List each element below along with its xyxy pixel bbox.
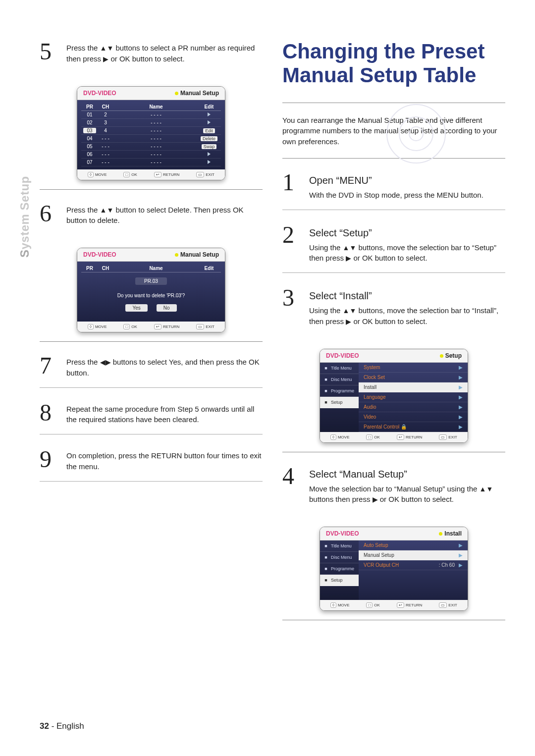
no-button[interactable]: No xyxy=(157,304,177,312)
page-lang: English xyxy=(56,721,84,731)
step-2: 2 Select “Setup” Using the ▲▼ buttons, m… xyxy=(282,223,505,273)
footer-move: MOVE xyxy=(338,435,350,439)
osd-body: PR CH Name Edit 012- - - -023- - - -034-… xyxy=(77,100,225,169)
footer-exit: EXIT xyxy=(448,435,457,439)
menu-item[interactable]: Manual Setup▶ xyxy=(359,550,468,560)
chevron-right-icon: ▶ xyxy=(459,542,463,548)
sidebar-item[interactable]: ■Programme xyxy=(320,385,359,397)
table-row: 06- - -- - - - xyxy=(81,151,221,159)
cell-edit: Edit xyxy=(199,128,219,133)
divider xyxy=(282,620,505,620)
sidebar-item[interactable]: ■Disc Menu xyxy=(320,374,359,385)
chevron-right-icon: ▶ xyxy=(459,562,463,568)
right-icon: ▶ xyxy=(373,495,378,503)
cell-ch: 2 xyxy=(98,112,113,117)
cell-edit xyxy=(199,152,219,157)
cell-ch: - - - xyxy=(98,152,113,157)
chevron-right-icon: ▶ xyxy=(459,375,463,380)
side-icon: ■ xyxy=(323,377,329,382)
text: Move the selection bar to “Manual Setup”… xyxy=(309,485,480,493)
osd-header: DVD-VIDEO Install xyxy=(320,527,468,540)
step-body: On completion, press the RETURN button f… xyxy=(66,447,263,472)
osd-header: DVD-VIDEO Setup xyxy=(320,349,468,363)
menu-item[interactable]: Auto Setup▶ xyxy=(359,540,468,550)
pr-pill: PR.03 xyxy=(135,277,167,285)
col-edit: Edit xyxy=(199,104,219,109)
menu-label: Video xyxy=(364,414,376,420)
sidebar-item[interactable]: ■Title Menu xyxy=(320,540,359,552)
table-header: PR CH Name Edit xyxy=(81,265,221,272)
osd-brand: DVD-VIDEO xyxy=(326,352,359,359)
osd-manual-setup: DVD-VIDEO Manual Setup PR CH Name Edit 0… xyxy=(77,86,225,180)
sidebar-item[interactable]: ■Programme xyxy=(320,563,359,575)
osd-body: ■Title Menu■Disc Menu■Programme■Setup Sy… xyxy=(320,363,468,432)
step-body: Repeat the same procedure from Step 5 on… xyxy=(66,401,263,426)
move-key-icon: ◊ xyxy=(330,434,336,440)
menu-item[interactable]: Language▶ xyxy=(359,392,468,402)
text: or OK button to select. xyxy=(351,317,427,325)
menu-item[interactable]: Parental Control 🔒▶ xyxy=(359,422,468,432)
ok-key-icon: □ xyxy=(123,172,130,177)
footer-move: MOVE xyxy=(95,172,107,177)
dot-icon xyxy=(175,92,178,95)
step-body: Press the ◀▶ buttons to select Yes, and … xyxy=(66,354,263,378)
menu-label: VCR Output CH xyxy=(364,562,399,568)
step-body: Open “MENU” With the DVD in Stop mode, p… xyxy=(309,170,505,201)
cell-ch: - - - xyxy=(98,136,113,141)
page-title: Changing the Preset Manual Setup Table xyxy=(282,40,505,88)
lock-icon: 🔒 xyxy=(401,424,407,430)
menu-item[interactable]: System▶ xyxy=(359,363,468,373)
up-down-icon: ▲▼ xyxy=(100,206,114,214)
cell-name: - - - - xyxy=(115,144,197,149)
chevron-right-icon: ▶ xyxy=(459,365,463,370)
sidebar-item[interactable]: ■Setup xyxy=(320,575,359,586)
sidebar-label: Programme xyxy=(331,388,354,393)
osd-sidebar: ■Title Menu■Disc Menu■Programme■Setup xyxy=(320,540,359,600)
col-pr: PR xyxy=(83,104,96,109)
col-ch: CH xyxy=(98,266,113,271)
play-icon xyxy=(208,160,211,164)
cell-ch: - - - xyxy=(98,144,113,149)
text: Using the xyxy=(309,306,343,315)
footer-exit: EXIT xyxy=(206,172,214,177)
up-down-icon: ▲▼ xyxy=(480,485,493,493)
footer-return: RETURN xyxy=(406,603,422,607)
menu-item[interactable]: Install▶ xyxy=(359,382,468,392)
sidebar-label: Programme xyxy=(331,566,354,571)
text: or OK button to select. xyxy=(378,495,454,503)
osd-body: PR CH Name Edit PR.03 Do you want to del… xyxy=(77,262,225,322)
sidebar-label: Setup xyxy=(331,578,343,583)
sidebar-item[interactable]: ■Disc Menu xyxy=(320,552,359,563)
section-tab-rest: ystem Setup xyxy=(18,176,31,249)
step-body: Select “Setup” Using the ▲▼ buttons, mov… xyxy=(309,223,505,264)
side-icon: ■ xyxy=(323,543,329,548)
menu-label: Clock Set xyxy=(364,375,385,380)
cell-pr: 03 xyxy=(83,128,96,133)
move-key-icon: ◊ xyxy=(330,602,336,608)
sidebar-item[interactable]: ■Setup xyxy=(320,397,359,408)
menu-item[interactable]: Audio▶ xyxy=(359,402,468,412)
ok-key-icon: □ xyxy=(366,602,373,608)
footer-ok: OK xyxy=(374,603,380,607)
step-number: 8 xyxy=(40,401,56,426)
menu-item[interactable]: VCR Output CH: Ch 60▶ xyxy=(359,560,468,570)
text: With the DVD in Stop mode, press the MEN… xyxy=(309,190,505,201)
sidebar-label: Disc Menu xyxy=(331,555,352,560)
menu-item[interactable]: Video▶ xyxy=(359,412,468,422)
sidebar-item[interactable]: ■Title Menu xyxy=(320,363,359,374)
cell-edit xyxy=(199,120,219,125)
osd-title: Install xyxy=(444,530,462,537)
ok-key-icon: □ xyxy=(366,434,373,440)
osd-footer: ◊MOVE □OK ↩RETURN ▭EXIT xyxy=(320,432,468,442)
osd-title: Setup xyxy=(445,352,462,359)
dot-icon xyxy=(440,354,443,358)
menu-item[interactable]: Clock Set▶ xyxy=(359,373,468,382)
right-icon: ▶ xyxy=(346,254,351,262)
cell-name: - - - - xyxy=(115,136,197,141)
exit-key-icon: ▭ xyxy=(439,434,447,440)
yes-button[interactable]: Yes xyxy=(125,304,147,312)
side-icon: ■ xyxy=(323,566,329,571)
side-icon: ■ xyxy=(323,555,329,560)
menu-label: Install xyxy=(364,384,376,390)
right-icon: ▶ xyxy=(346,318,351,325)
